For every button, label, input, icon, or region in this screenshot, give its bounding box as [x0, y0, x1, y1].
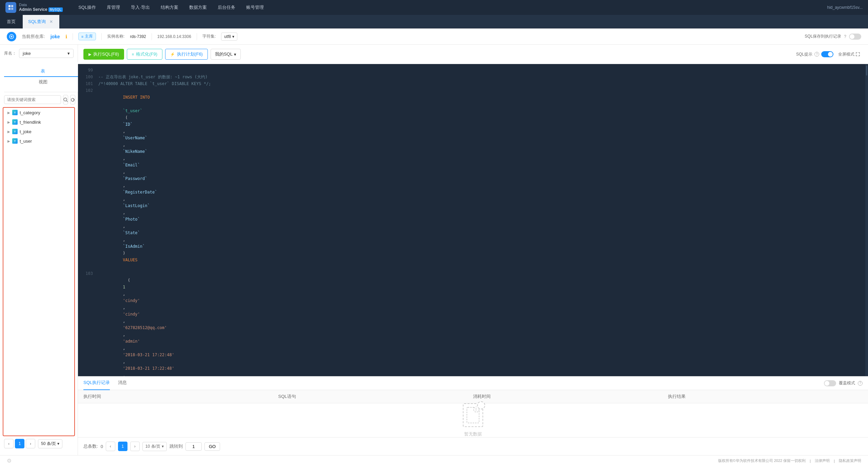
- nav-account[interactable]: 账号管理: [241, 2, 269, 13]
- table-item-t_user[interactable]: ▶ T t_user: [6, 136, 72, 146]
- table-icon: T: [12, 110, 18, 115]
- table-item-t_friendlink[interactable]: ▶ T t_friendlink: [6, 117, 72, 127]
- db-name-display: joke: [51, 34, 60, 39]
- sub-logo: [7, 32, 16, 41]
- format-button[interactable]: ≡ 格式化(F9): [127, 49, 162, 60]
- table-item-t_joke[interactable]: ▶ T t_joke: [6, 127, 72, 136]
- per-page-select[interactable]: 10 条/页 ▾: [142, 442, 167, 451]
- sidebar-tabs: 表 视图: [4, 62, 82, 92]
- sidebar-pagination: ‹ 1 › 50 条/页 ▾: [0, 436, 78, 451]
- expand-icon: ▶: [7, 120, 10, 124]
- svg-rect-1: [11, 5, 13, 7]
- sql-line-99: 99: [78, 67, 868, 74]
- table-list: ▶ T t_category ▶ T t_friendlink ▶ T t_jo…: [3, 107, 75, 436]
- col-sql-stmt: SQL语句: [278, 393, 473, 400]
- svg-rect-2: [8, 8, 11, 10]
- full-mode-button[interactable]: 全屏模式: [835, 50, 863, 59]
- ip-port: 192.168.0.14:3306: [157, 34, 191, 39]
- next-btn[interactable]: ›: [130, 442, 140, 451]
- nav-sql-ops[interactable]: SQL操作: [74, 2, 101, 13]
- empty-icon: !: [463, 403, 483, 427]
- divider-3: [152, 33, 152, 40]
- nav-background-task[interactable]: 后台任务: [213, 2, 240, 13]
- col-elapsed: 消耗时间: [473, 393, 668, 400]
- sidebar: 库名： joke ▾ 表 视图: [0, 45, 78, 455]
- instance-label: 实例名称:: [107, 34, 124, 39]
- refresh-button[interactable]: [70, 95, 75, 104]
- search-button[interactable]: [63, 95, 68, 104]
- editor-scrollbar[interactable]: [865, 64, 868, 376]
- svg-text:!: !: [475, 407, 477, 412]
- sql-save-help-icon: ?: [844, 34, 846, 39]
- sidebar-tab-table[interactable]: 表: [4, 66, 82, 77]
- expand-icon: ▶: [7, 111, 10, 115]
- divider-4: [197, 33, 197, 40]
- total-label: 总条数:: [83, 443, 98, 449]
- sub-header: 当前所在库: joke ℹ ≡ 主库 实例名称: rds-7392 192.16…: [0, 28, 868, 45]
- db-info-icon[interactable]: ℹ: [65, 34, 67, 39]
- prev-btn[interactable]: ‹: [106, 442, 115, 451]
- cover-mode-help: ?: [858, 381, 863, 386]
- nav-data-plan[interactable]: 数据方案: [184, 2, 212, 13]
- nav-menu: SQL操作 库管理 导入·导出 结构方案 数据方案 后台任务 账号管理: [74, 2, 269, 13]
- charset-label: 字符集:: [202, 34, 216, 39]
- tab-sql-query[interactable]: SQL查询 ✕: [23, 15, 60, 28]
- search-bar: [0, 95, 78, 104]
- sidebar-page-1[interactable]: 1: [15, 439, 24, 448]
- total-count: 0: [101, 444, 103, 449]
- sql-save-toggle: SQL保存到执行记录 ?: [805, 34, 861, 40]
- main-content: ▶ 执行SQL(F8) ≡ 格式化(F9) ⚡ 执行计划(F6) 我的SQL ▾…: [78, 45, 868, 455]
- results-tab-message[interactable]: 消息: [118, 377, 127, 390]
- legal-link[interactable]: 法律声明: [815, 458, 830, 463]
- sql-line-100: 100 -- 正在导出表 joke.t_user 的数据: ~1 rows (大…: [78, 74, 868, 80]
- expand-icon: ▶: [7, 139, 10, 143]
- col-result: 执行结果: [668, 393, 863, 400]
- sql-hint-help: ?: [814, 52, 819, 57]
- divider-1: [73, 33, 73, 40]
- table-icon: T: [12, 119, 18, 125]
- toolbar: ▶ 执行SQL(F8) ≡ 格式化(F9) ⚡ 执行计划(F6) 我的SQL ▾…: [78, 45, 868, 64]
- table-item-t_category[interactable]: ▶ T t_category: [6, 108, 72, 117]
- editor-scrollbar-thumb: [866, 65, 867, 76]
- empty-state: ! 暂无数据: [78, 403, 868, 437]
- table-icon: T: [12, 129, 18, 134]
- sql-line-103: 103 ( 1 , 'cindy' , 'cindy' , '627828512…: [78, 270, 868, 377]
- sql-hint-toggle-switch[interactable]: [821, 51, 833, 57]
- db-selector-label: 库名：: [4, 50, 16, 56]
- master-badge: ≡ 主库: [78, 33, 96, 40]
- sidebar-per-page[interactable]: 50 条/页 ▾: [38, 439, 62, 448]
- sidebar-next-btn[interactable]: ›: [26, 439, 35, 448]
- jump-label: 跳转到: [170, 443, 183, 449]
- sql-hint-toggle: SQL提示 ? 全屏模式: [796, 50, 863, 59]
- instance-name: rds-7392: [130, 34, 146, 39]
- nav-import-export[interactable]: 导入·导出: [126, 2, 155, 13]
- tab-bar: 首页 SQL查询 ✕: [0, 15, 868, 28]
- nav-structure[interactable]: 结构方案: [156, 2, 183, 13]
- sql-editor[interactable]: 99 100 -- 正在导出表 joke.t_user 的数据: ~1 rows…: [78, 64, 868, 377]
- tab-home[interactable]: 首页: [0, 15, 23, 28]
- page-jump-input[interactable]: [185, 442, 202, 451]
- execute-sql-button[interactable]: ▶ 执行SQL(F8): [83, 49, 124, 60]
- cover-mode-toggle[interactable]: [824, 380, 836, 386]
- sidebar-tab-view[interactable]: 视图: [4, 77, 82, 88]
- sql-line-102: 102 INSERT INTO `t_user` ( `ID` , `UserN…: [78, 87, 868, 270]
- brand-service: Admin Service MySQL: [19, 7, 63, 12]
- sidebar-prev-btn[interactable]: ‹: [4, 439, 14, 448]
- my-sql-dropdown[interactable]: 我的SQL ▾: [211, 49, 241, 60]
- privacy-link[interactable]: 隐私政策声明: [839, 458, 861, 463]
- footer: ⚙ 版权所有©华为软件技术有限公司 2022 保留一切权利 | 法律声明 | 隐…: [0, 455, 868, 466]
- nav-db-manage[interactable]: 库管理: [102, 2, 125, 13]
- pagination: 总条数: 0 ‹ 1 › 10 条/页 ▾ 跳转到 GO: [78, 437, 868, 455]
- tab-close-icon[interactable]: ✕: [48, 19, 54, 24]
- go-button[interactable]: GO: [204, 442, 220, 451]
- explain-button[interactable]: ⚡ 执行计划(F6): [165, 49, 208, 60]
- db-select-box[interactable]: joke ▾: [19, 49, 74, 58]
- results-tab-right: 覆盖模式 ?: [824, 380, 863, 386]
- charset-select[interactable]: utf8 ▾: [221, 33, 237, 41]
- results-area: SQL执行记录 消息 覆盖模式 ? 执行时间 SQL语句 消耗时间 执行结果: [78, 377, 868, 437]
- page-1-btn[interactable]: 1: [118, 442, 127, 451]
- search-input[interactable]: [4, 95, 61, 104]
- results-tab-execution[interactable]: SQL执行记录: [83, 377, 110, 390]
- sql-save-toggle-switch[interactable]: [849, 34, 861, 40]
- brand-icon: [5, 2, 16, 13]
